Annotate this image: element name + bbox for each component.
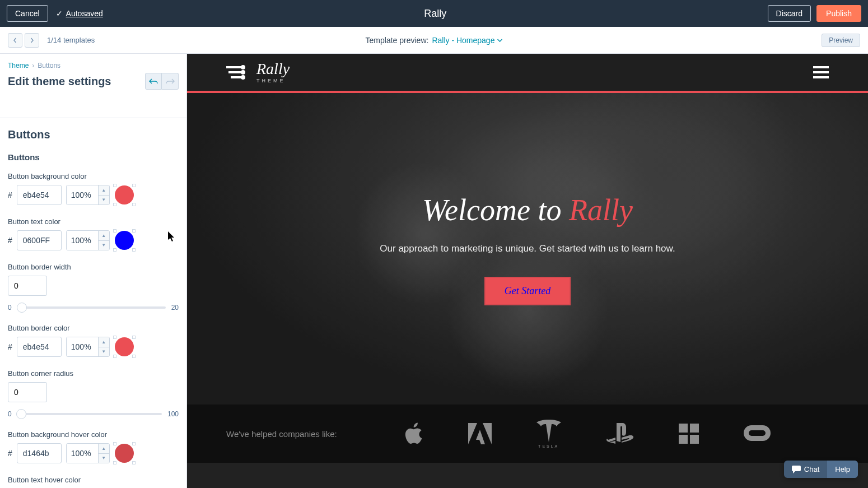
opacity-stepper[interactable]: ▲▼ [98, 185, 109, 205]
chat-button[interactable]: Chat [784, 461, 827, 478]
chat-icon [792, 466, 801, 473]
undo-icon [149, 78, 158, 85]
get-started-button[interactable]: Get Started [484, 277, 571, 305]
svg-rect-8 [679, 435, 688, 444]
site-brand-name: Rally [256, 61, 290, 77]
breadcrumb: Theme › Buttons [8, 62, 179, 69]
bg-color-swatch[interactable] [114, 185, 134, 205]
field-border-color: Button border color # ▲▼ [8, 324, 179, 357]
hero-title-prefix: Welcome to [422, 193, 569, 227]
field-label: Button text hover color [8, 476, 179, 484]
field-text-color: Button text color # ▲▼ [8, 217, 179, 250]
apple-icon [404, 422, 423, 445]
slider-handle-icon[interactable] [16, 409, 26, 419]
next-template-button[interactable] [25, 33, 39, 48]
redo-icon [166, 78, 175, 85]
template-preview-value: Rally - Homepage [432, 36, 494, 45]
preview-button[interactable]: Preview [822, 34, 860, 47]
bg-color-hex-input[interactable] [17, 185, 62, 205]
chevron-left-icon [12, 38, 18, 43]
template-preview-label: Template preview: [366, 36, 429, 45]
opacity-stepper[interactable]: ▲▼ [98, 337, 109, 356]
slider-min: 0 [8, 410, 12, 418]
help-label: Help [835, 465, 850, 473]
tesla-icon: TESLA [536, 420, 561, 448]
field-label: Button border color [8, 324, 179, 332]
border-color-hex-input[interactable] [17, 337, 62, 357]
field-label: Button text color [8, 217, 179, 226]
border-width-slider[interactable] [17, 306, 166, 309]
redo-button[interactable] [162, 73, 179, 90]
hamburger-icon [813, 66, 829, 68]
text-color-opacity-input[interactable] [67, 231, 98, 250]
publish-button[interactable]: Publish [816, 5, 861, 22]
bg-color-opacity-input[interactable] [67, 185, 98, 205]
discard-button[interactable]: Discard [768, 5, 811, 22]
hero-subtitle: Our approach to marketing is unique. Get… [380, 243, 675, 254]
logos-label: We've helped companies like: [226, 429, 337, 439]
text-color-swatch[interactable] [114, 230, 134, 250]
help-button[interactable]: Help [827, 461, 858, 478]
top-bar: Cancel ✓ Autosaved Rally Discard Publish [0, 0, 868, 27]
microsoft-icon [679, 424, 699, 444]
chevron-down-icon: ▼ [99, 454, 109, 463]
chat-help-widget: Chat Help [784, 461, 858, 478]
slider-min: 0 [8, 304, 12, 312]
site-brand-sub: THEME [256, 78, 290, 83]
corner-radius-slider[interactable] [17, 413, 162, 415]
svg-rect-1 [228, 71, 242, 73]
slider-handle-icon[interactable] [17, 303, 27, 313]
bg-hover-opacity-input[interactable] [67, 444, 98, 463]
site-header: Rally THEME [187, 54, 868, 93]
bg-hover-swatch[interactable] [114, 443, 134, 463]
check-icon: ✓ [56, 9, 63, 18]
autosaved-status: ✓ Autosaved [56, 9, 103, 18]
opacity-stepper[interactable]: ▲▼ [98, 444, 109, 463]
corner-radius-input[interactable] [8, 382, 47, 402]
settings-sidebar: Theme › Buttons Edit theme settings Butt… [0, 54, 187, 488]
field-bg-color: Button background color # ▲▼ [8, 172, 179, 205]
hash-symbol: # [8, 236, 12, 245]
chevron-right-icon: › [32, 62, 34, 69]
prev-template-button[interactable] [8, 33, 22, 48]
panel-title: Edit theme settings [8, 75, 111, 88]
chevron-up-icon: ▲ [99, 444, 109, 454]
template-preview-dropdown[interactable]: Rally - Homepage [432, 36, 502, 45]
field-label: Button corner radius [8, 369, 179, 378]
border-width-input[interactable] [8, 276, 47, 296]
field-border-width: Button border width 0 20 [8, 263, 179, 312]
toolbar: 1/14 templates Template preview: Rally -… [0, 27, 868, 54]
chevron-up-icon: ▲ [99, 337, 109, 347]
undo-button[interactable] [145, 73, 162, 90]
svg-rect-9 [690, 435, 699, 444]
autosaved-link[interactable]: Autosaved [66, 9, 103, 18]
playstation-icon [606, 423, 634, 444]
chat-label: Chat [804, 465, 819, 473]
chevron-up-icon: ▲ [99, 185, 109, 196]
svg-rect-6 [679, 424, 688, 433]
hash-symbol: # [8, 342, 12, 351]
hero-title: Welcome to Rally [380, 193, 675, 227]
opacity-stepper[interactable]: ▲▼ [98, 231, 109, 250]
page-title: Rally [103, 8, 768, 20]
slider-max: 100 [167, 410, 179, 418]
border-color-opacity-input[interactable] [67, 337, 98, 356]
bg-hover-hex-input[interactable] [17, 443, 62, 463]
svg-point-3 [241, 65, 245, 69]
breadcrumb-theme-link[interactable]: Theme [8, 62, 29, 69]
field-text-hover-color: Button text hover color [8, 476, 179, 484]
template-counter: 1/14 templates [47, 36, 95, 44]
chevron-down-icon: ▼ [99, 347, 109, 357]
hamburger-menu-button[interactable] [813, 63, 829, 81]
client-logos-bar: We've helped companies like: TESLA [187, 405, 868, 463]
subsection-title: Buttons [8, 152, 179, 162]
logo-icon [226, 64, 246, 81]
text-color-hex-input[interactable] [17, 230, 62, 250]
chevron-down-icon: ▼ [99, 196, 109, 205]
svg-point-5 [241, 75, 245, 80]
cancel-button[interactable]: Cancel [7, 5, 48, 22]
svg-rect-7 [690, 424, 699, 433]
border-color-swatch[interactable] [114, 337, 134, 357]
field-label: Button background hover color [8, 430, 179, 439]
oculus-icon [744, 425, 771, 442]
